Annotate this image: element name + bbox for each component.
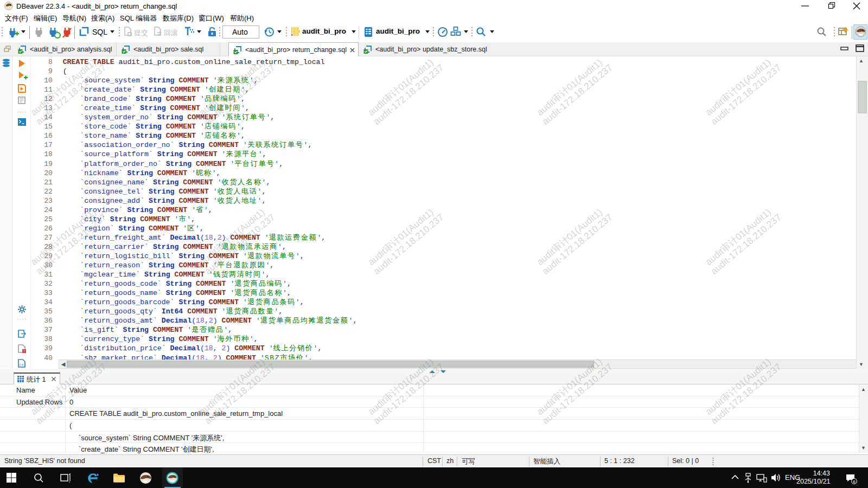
svg-text:6: 6 (853, 479, 856, 484)
svg-text:(x): (x) (19, 363, 26, 367)
